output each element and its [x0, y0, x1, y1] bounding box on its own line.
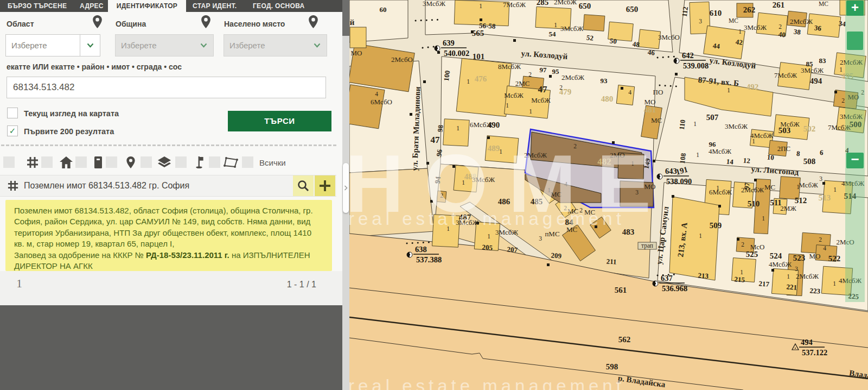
page-range: 1 - 1 / 1: [287, 280, 316, 290]
map-label: 1: [833, 280, 836, 287]
map-label: 213: [698, 271, 709, 280]
map-label: 3МсбЖ: [456, 218, 479, 227]
search-icon: [297, 180, 309, 192]
map-label: 4: [564, 181, 567, 187]
map-label: 489: [488, 144, 500, 153]
map-label: 1: [696, 152, 699, 158]
map-label: 483: [622, 228, 635, 236]
map-label: 525: [746, 250, 758, 259]
tab-identifier[interactable]: ИДЕНТИФИКАТОР: [108, 0, 186, 12]
map-label: 1: [462, 179, 465, 186]
settlement-label: Населено място: [224, 20, 285, 28]
zoom-in-button[interactable]: +: [846, 1, 864, 16]
municipality-select[interactable]: Изберете: [115, 34, 214, 56]
layer-checkbox[interactable]: [209, 156, 220, 168]
map-label: 1: [467, 78, 470, 85]
search-button[interactable]: ТЪРСИ: [228, 111, 331, 131]
result-row[interactable]: Поземлен имот 68134.513.482 гр. София: [0, 175, 336, 197]
map-viewport[interactable]: й603МсбЖ17МсбЖ2852МсбЖ650650МО2МсбО46Мсб…: [349, 0, 868, 390]
map-label: 1: [446, 225, 450, 232]
tab-address[interactable]: АДРЕС: [80, 0, 104, 12]
layer-checkbox[interactable]: [3, 156, 15, 168]
map-label: 3МсбЖ: [801, 66, 824, 74]
svg-text:494: 494: [801, 338, 813, 347]
polygon-icon[interactable]: [222, 156, 240, 168]
map-label: ПО: [653, 88, 663, 96]
map-label: 3МсбЖ: [423, 0, 446, 8]
map-label: 650: [626, 5, 639, 14]
map-label: 1: [487, 233, 490, 240]
layer-checkbox[interactable]: [242, 156, 253, 168]
region-select[interactable]: Изберете: [5, 34, 100, 56]
map-label: 4: [628, 89, 631, 96]
municipality-select-value: Изберете: [116, 41, 194, 50]
layer-checkbox[interactable]: [75, 156, 87, 168]
svg-text:539.008: 539.008: [683, 61, 709, 70]
svg-text:537.122: 537.122: [802, 348, 827, 357]
property-info-box: Поземлен имот 68134.513.482, област Софи…: [5, 200, 332, 271]
map-label: 1: [752, 138, 755, 144]
building-icon[interactable]: [92, 156, 105, 168]
map-label: 650: [579, 2, 591, 10]
zoom-slider-handle[interactable]: [847, 32, 863, 50]
municipality-label: Община: [116, 20, 146, 28]
current-view-checkbox[interactable]: [7, 108, 18, 118]
tab-old-identifier[interactable]: СТАР ИДЕНТ.: [193, 0, 237, 12]
map-label: 2МсбЖ: [790, 17, 813, 26]
identifier-input[interactable]: [7, 77, 326, 98]
home-icon[interactable]: [60, 156, 73, 168]
map-label: 565: [472, 29, 484, 37]
map-label: 6МсбО: [371, 98, 392, 106]
search-panel: БЪРЗО ТЪРСЕНЕ АДРЕС ИДЕНТИФИКАТОР СТАР И…: [0, 0, 342, 390]
map-label: 4МсбЖ: [709, 147, 732, 155]
layers-icon[interactable]: [158, 156, 171, 168]
map-label: 2МС: [515, 79, 530, 87]
flag-icon[interactable]: [193, 156, 206, 168]
map-label: 508: [803, 157, 816, 166]
map-label: 1: [738, 28, 742, 35]
map-label: 3: [539, 235, 542, 242]
layer-checkbox[interactable]: [106, 156, 117, 168]
map-label: 2: [559, 84, 563, 91]
tab-geodetic-basis[interactable]: ГЕОД. ОСНОВА: [253, 0, 305, 12]
map-label: 2: [528, 71, 532, 78]
chevron-right-icon: [344, 185, 348, 191]
map-label: 211: [606, 257, 617, 266]
map-label: 83: [819, 56, 827, 65]
map-label: 3МсбЖ: [472, 175, 495, 184]
map-label: 60: [380, 5, 387, 14]
map-label: МО: [351, 49, 362, 57]
add-result-button[interactable]: [315, 175, 335, 196]
settlement-select[interactable]: Изберете: [224, 34, 327, 56]
cadastral-map[interactable]: й603МсбЖ17МсбЖ2852МсбЖ650650МО2МсбО46Мсб…: [349, 0, 868, 390]
map-label: 4: [375, 91, 378, 97]
zoom-to-result-button[interactable]: [293, 175, 314, 196]
order-prefix: Заповед за одобрение на КККР №: [14, 250, 146, 260]
page-number[interactable]: 1: [16, 276, 22, 291]
map-label: 561: [615, 286, 627, 294]
first200-checkbox[interactable]: ✓: [7, 125, 18, 136]
svg-text:638: 638: [415, 245, 427, 254]
map-label: 285: [537, 0, 549, 7]
zoom-out-button[interactable]: −: [846, 153, 864, 168]
layer-checkbox[interactable]: [175, 156, 187, 168]
tab-quick-search[interactable]: БЪРЗО ТЪРСЕНЕ: [8, 0, 67, 12]
map-label: 480: [601, 95, 614, 103]
map-label: МсбЖ: [799, 181, 818, 189]
layer-checkbox[interactable]: [41, 156, 53, 168]
map-label: 494: [810, 77, 822, 85]
map-label: МС: [819, 1, 828, 7]
map-label: 524: [770, 251, 782, 260]
map-label: 95: [552, 67, 560, 76]
map-label: 3: [795, 266, 798, 272]
grid-icon[interactable]: [26, 156, 39, 168]
pin-icon[interactable]: [124, 156, 137, 168]
layer-checkbox[interactable]: [141, 156, 152, 168]
chevron-down-icon: [80, 35, 100, 56]
map-label: 3: [635, 189, 639, 196]
map-label: 513: [819, 193, 831, 202]
map-label: МС: [566, 225, 577, 234]
map-label: 509: [710, 221, 722, 230]
map-label: 1: [506, 102, 509, 109]
panel-collapse-handle[interactable]: [343, 163, 349, 213]
